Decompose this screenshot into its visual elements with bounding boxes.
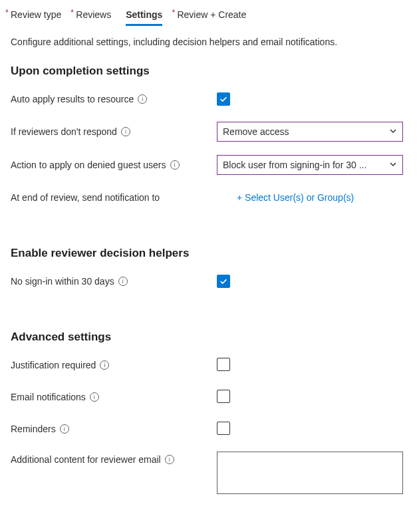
label-no-respond: If reviewers don't respond (11, 126, 117, 137)
select-users-link[interactable]: + Select User(s) or Group(s) (217, 192, 354, 203)
row-reminders: Reminders i (11, 420, 408, 438)
checkbox-auto-apply[interactable] (217, 92, 230, 106)
info-icon[interactable]: i (100, 360, 109, 370)
row-notify: At end of review, send notification to +… (11, 188, 408, 207)
info-icon[interactable]: i (170, 160, 180, 170)
row-no-signin: No sign-in within 30 days i (11, 272, 408, 291)
chevron-down-icon (389, 126, 397, 137)
label-additional-content: Additional content for reviewer email (11, 454, 161, 465)
row-denied-guest: Action to apply on denied guest users i … (11, 155, 408, 175)
row-justification: Justification required i (11, 356, 408, 374)
section-title-completion: Upon completion settings (11, 65, 408, 78)
required-indicator: * (5, 8, 9, 17)
label-justification: Justification required (11, 360, 96, 370)
row-email-notifications: Email notifications i (11, 388, 408, 406)
label-no-signin: No sign-in within 30 days (11, 276, 114, 287)
required-indicator: * (70, 8, 74, 17)
section-title-decision-helpers: Enable reviewer decision helpers (11, 247, 408, 260)
tab-review-create[interactable]: * Review + Create (177, 7, 246, 26)
checkbox-email-notifications[interactable] (217, 390, 230, 403)
dropdown-no-respond[interactable]: Remove access (217, 122, 403, 142)
info-icon[interactable]: i (121, 127, 130, 136)
section-title-advanced: Advanced settings (11, 331, 408, 344)
label-denied-guest: Action to apply on denied guest users (11, 160, 166, 170)
label-auto-apply: Auto apply results to resource (11, 94, 134, 104)
row-additional-content: Additional content for reviewer email i (11, 452, 408, 494)
required-indicator: * (172, 8, 175, 17)
checkmark-icon (219, 277, 228, 286)
dropdown-denied-guest[interactable]: Block user from signing-in for 30 ... (217, 155, 403, 175)
intro-text: Configure additional settings, including… (11, 37, 408, 47)
checkbox-justification[interactable] (217, 358, 230, 371)
info-icon[interactable]: i (90, 392, 99, 402)
additional-content-input[interactable] (217, 452, 403, 494)
label-email-notifications: Email notifications (11, 392, 86, 402)
tab-strip: * Review type * Reviews Settings * Revie… (11, 7, 408, 26)
info-icon[interactable]: i (60, 424, 69, 434)
tab-review-type[interactable]: * Review type (11, 7, 61, 26)
info-icon[interactable]: i (165, 455, 174, 464)
row-auto-apply: Auto apply results to resource i (11, 90, 408, 108)
dropdown-value: Remove access (223, 126, 289, 137)
tab-label: Settings (126, 9, 162, 20)
row-no-respond: If reviewers don't respond i Remove acce… (11, 122, 408, 142)
tab-settings[interactable]: Settings (126, 7, 162, 26)
tab-label: Reviews (76, 9, 111, 20)
chevron-down-icon (389, 160, 397, 170)
info-icon[interactable]: i (138, 94, 147, 104)
label-reminders: Reminders (11, 424, 56, 434)
info-icon[interactable]: i (118, 277, 128, 286)
checkmark-icon (219, 94, 228, 104)
checkbox-no-signin[interactable] (217, 275, 230, 288)
tab-label: Review + Create (177, 9, 246, 20)
dropdown-value: Block user from signing-in for 30 ... (223, 160, 366, 170)
checkbox-reminders[interactable] (217, 422, 230, 435)
tab-label: Review type (11, 9, 61, 20)
tab-reviews[interactable]: * Reviews (76, 7, 111, 26)
label-notify: At end of review, send notification to (11, 192, 160, 203)
